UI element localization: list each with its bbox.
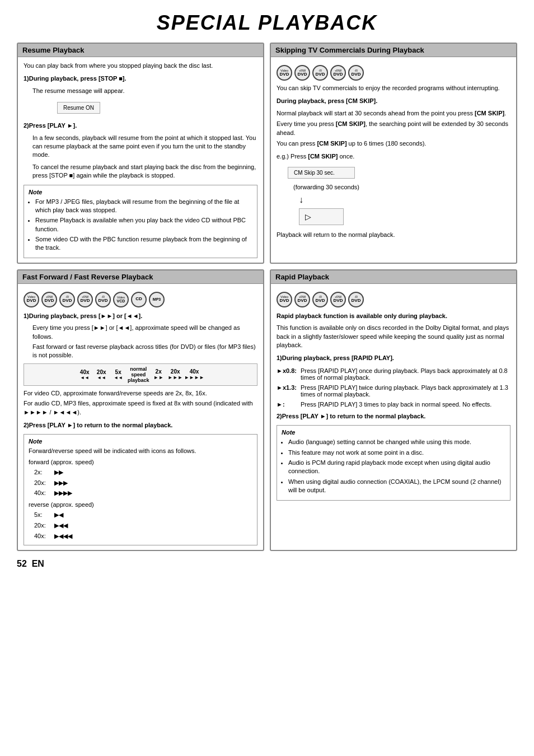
resume-intro: You can play back from where you stopped… <box>24 62 257 70</box>
disc-icon-1: Video DVD <box>277 65 292 81</box>
resume-note-item-1: For MP3 / JPEG files, playback will resu… <box>35 198 252 215</box>
rapid-disc-5: -R DVD <box>348 292 364 307</box>
disc-icon-3: -R DVD <box>312 65 328 81</box>
speed-5x: 5x ◄◄ <box>110 369 126 380</box>
speed-2x: 2x ►► <box>151 368 166 380</box>
ff-step1-title: 1)During playback, press [►►] or [◄◄]. <box>24 312 257 320</box>
resume-note-list: For MP3 / JPEG files, playback will resu… <box>29 198 252 253</box>
resume-step1-desc: The resume message will appear. <box>32 87 257 95</box>
resume-step2-desc1: In a few seconds, playback will resume f… <box>32 134 257 160</box>
rapid-items-list: ►x0.8: Press [RAPID PLAY] once during pl… <box>277 367 510 408</box>
disc-icon-5: -R DVD <box>348 65 364 81</box>
forwarding-label: (forwarding 30 seconds) <box>293 183 510 192</box>
arrow-down-icon: ↓ <box>299 195 510 205</box>
ff-forward-2x: 2x: ▶▶ <box>34 468 252 478</box>
resume-note-item-2: Resume Playback is available when you pl… <box>35 216 252 234</box>
ff-reverse-5x: 5x: ▶◀ <box>34 510 252 520</box>
fast-forward-header: Fast Forward / Fast Reverse Playback <box>18 270 263 284</box>
rapid-playback-section: Rapid Playback Video DVD +RW DVD <box>270 269 517 551</box>
rapid-step1-title: 1)During playback, press [RAPID PLAY]. <box>277 354 510 362</box>
rapid-note-item-4: When using digital audio connection (COA… <box>288 478 505 495</box>
ff-disc-dvd-rw2: +RW DVD <box>77 292 93 307</box>
ff-note-title: Note <box>29 438 252 445</box>
rapid-note-item-3: Audio is PCM during rapid playback mode … <box>288 459 505 476</box>
resume-playback-header: Resume Playback <box>18 44 263 57</box>
ff-disc-vcd: Video VCD <box>113 292 129 307</box>
play-icon-box: ▷ <box>299 208 344 225</box>
rapid-item-0.8: ►x0.8: Press [RAPID PLAY] once during pl… <box>277 367 510 381</box>
fast-forward-section: Fast Forward / Fast Reverse Playback Vid… <box>17 269 264 551</box>
resume-on-box: Resume ON <box>57 102 100 114</box>
rapid-function-desc: This function is available only on discs… <box>277 324 510 349</box>
ff-forward-20x: 20x: ▶▶▶ <box>34 478 252 488</box>
speed-40x-right: 40x ►►►► <box>184 368 204 380</box>
ff-forward-list: 2x: ▶▶ 20x: ▶▶▶ 40x: ▶▶▶▶ <box>34 468 252 498</box>
rapid-note-item-1: Audio (language) setting cannot be chang… <box>288 438 505 446</box>
skipping-eg-label: e.g.) Press [CM SKIP] once. <box>277 152 510 161</box>
rapid-disc-4: +RW DVD <box>330 292 346 307</box>
cm-skip-box: CM Skip 30 sec. <box>288 167 355 179</box>
resume-step2-title: 2)Press [PLAY ►]. <box>24 122 257 130</box>
skipping-step-title: During playback, press [CM SKIP]. <box>277 97 510 105</box>
ff-reverse-list: 5x: ▶◀ 20x: ▶◀◀ 40x: ▶◀◀◀ <box>34 510 252 541</box>
skipping-header: Skipping TV Commercials During Playback <box>271 44 516 57</box>
rapid-disc-2: +RW DVD <box>294 292 310 307</box>
page-title: SPECIAL PLAYBACK <box>17 11 517 35</box>
skipping-desc3: You can press [CM SKIP] up to 6 times (1… <box>277 139 510 148</box>
skipping-disc-icons: Video DVD +RW DVD -R DVD <box>277 65 510 81</box>
ff-reverse-20x: 20x: ▶◀◀ <box>34 521 252 531</box>
skipping-intro: You can skip TV commercials to enjoy the… <box>277 84 510 92</box>
ff-desc-mp3: For audio CD, MP3 files, approximate spe… <box>24 399 257 417</box>
rapid-item-normal: ►: Press [RAPID PLAY] 3 times to play ba… <box>277 401 510 408</box>
ff-desc-vcd: For video CD, approximate forward/revers… <box>24 389 257 398</box>
bottom-bar: 52 EN <box>17 559 517 569</box>
ff-step2-title: 2)Press [PLAY ►] to return to the normal… <box>24 421 257 430</box>
ff-disc-dvd-video: Video DVD <box>24 292 39 307</box>
rapid-note-box: Note Audio (language) setting cannot be … <box>277 425 510 500</box>
ff-disc-dvd-r: -R DVD <box>59 292 75 307</box>
ff-step1-desc1: Every time you press [►►] or [◄◄], appro… <box>32 324 257 341</box>
rapid-step2-title: 2)Press [PLAY ►] to return to the normal… <box>277 412 510 421</box>
speed-table: 40x ◄◄ 20x ◄◄ 5x ◄◄ normalspeedplayback … <box>24 363 257 386</box>
rapid-function-title: Rapid playback function is available onl… <box>277 312 510 320</box>
rapid-disc-icons: Video DVD +RW DVD -R DVD <box>277 292 510 307</box>
ff-note-intro: Forward/reverse speed will be indicated … <box>29 447 252 455</box>
skipping-section: Skipping TV Commercials During Playback … <box>270 43 517 264</box>
resume-note-box: Note For MP3 / JPEG files, playback will… <box>24 185 257 258</box>
resume-playback-section: Resume Playback You can play back from w… <box>17 43 264 264</box>
ff-disc-icons: Video DVD +RW DVD -R DVD <box>24 292 257 307</box>
speed-40x-left: 40x ◄◄ <box>77 369 92 380</box>
resume-note-title: Note <box>29 189 252 195</box>
ff-reverse-40x: 40x: ▶◀◀◀ <box>34 531 252 542</box>
rapid-playback-header: Rapid Playback <box>271 270 516 284</box>
rapid-item-1.3: ►x1.3: Press [RAPID PLAY] twice during p… <box>277 384 510 398</box>
skipping-playback-return: Playback will return to the normal playb… <box>277 231 510 239</box>
rapid-disc-1: Video DVD <box>277 292 292 307</box>
ff-step1-desc2: Fast forward or fast reverse playback ac… <box>32 343 257 360</box>
ff-disc-dvd-rw: +RW DVD <box>41 292 57 307</box>
speed-normal: normalspeedplayback <box>127 366 149 383</box>
rapid-note-title: Note <box>282 429 505 436</box>
cm-skip-section: CM Skip 30 sec. (forwarding 30 seconds) … <box>277 165 510 227</box>
rapid-note-list: Audio (language) setting cannot be chang… <box>282 438 505 494</box>
speed-20x-right: 20x ►►► <box>167 368 183 380</box>
rapid-disc-3: -R DVD <box>312 292 328 307</box>
speed-20x-left: 20x ◄◄ <box>93 369 109 380</box>
disc-icon-4: +RW DVD <box>330 65 346 81</box>
skipping-desc1: Normal playback will start at 30 seconds… <box>277 109 510 118</box>
ff-disc-mp3: MP3 <box>149 292 165 307</box>
ff-forward-label: forward (approx. speed) <box>29 458 252 466</box>
ff-disc-cd: CD <box>131 292 147 307</box>
rapid-note-item-2: This feature may not work at some point … <box>288 449 505 457</box>
disc-icon-2: +RW DVD <box>294 65 310 81</box>
ff-forward-40x: 40x: ▶▶▶▶ <box>34 488 252 498</box>
resume-step1-title: 1)During playback, press [STOP ■]. <box>24 74 257 83</box>
resume-step2-desc2: To cancel the resume playback and start … <box>32 163 257 180</box>
skipping-desc2: Every time you press [CM SKIP], the sear… <box>277 120 510 137</box>
ff-note-box: Note Forward/reverse speed will be indic… <box>24 434 257 545</box>
ff-disc-dvd-r2: -R DVD <box>95 292 111 307</box>
ff-reverse-label: reverse (approx. speed) <box>29 501 252 509</box>
resume-note-item-3: Some video CD with the PBC function resu… <box>35 235 252 253</box>
